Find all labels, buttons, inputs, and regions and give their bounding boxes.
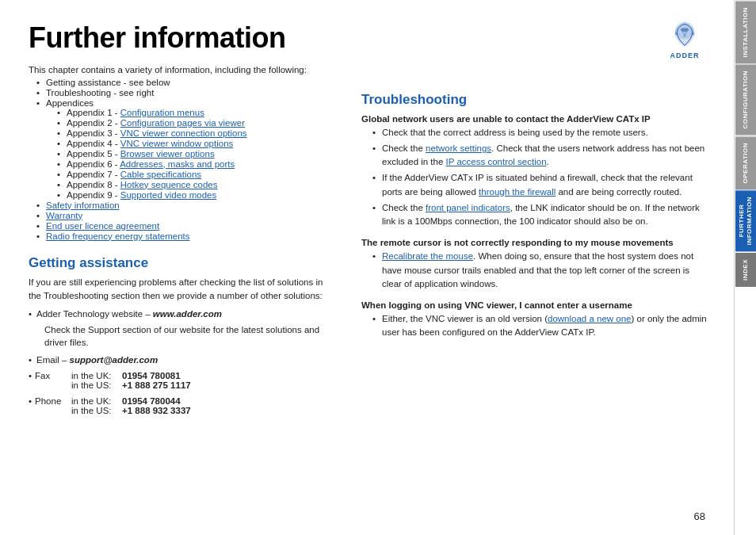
bullet-rf: Radio frequency energy statements	[36, 231, 338, 241]
logo-text: ADDER	[670, 52, 699, 59]
warranty-link[interactable]: Warranty	[46, 211, 82, 220]
troubleshoot-item-1-3: If the AdderView CATx IP is situated beh…	[372, 171, 710, 199]
website-url: www.adder.com	[153, 309, 222, 319]
phone-us-number: +1 888 932 3337	[122, 406, 191, 415]
top-bullet-list: Getting assistance - see below Troublesh…	[36, 78, 338, 241]
fax-us-label: in the US:	[71, 380, 117, 390]
left-column: Getting assistance - see below Troublesh…	[29, 78, 338, 416]
tab-installation[interactable]: INSTALLATION	[735, 0, 756, 63]
appendix-6: Appendix 6 - Addresses, masks and ports	[57, 159, 338, 169]
website-bullet-dot: •	[29, 309, 32, 319]
troubleshoot-heading-3: When logging on using VNC viewer, I cann…	[361, 300, 710, 310]
email-label: Email – support@adder.com	[36, 355, 158, 365]
email-bullet-row: • Email – support@adder.com	[29, 355, 338, 365]
email-address: support@adder.com	[70, 355, 158, 365]
troubleshoot-item-3-1: Either, the VNC viewer is an old version…	[372, 312, 710, 340]
troubleshoot-item-2-1: Recalibrate the mouse. When doing so, en…	[372, 250, 710, 291]
website-item: • Adder Technology website – www.adder.c…	[29, 309, 338, 349]
bullet-eula: End user licence agreement	[36, 221, 338, 231]
phone-label: Phone	[35, 396, 68, 406]
page-number: 68	[694, 510, 705, 522]
phone-uk-number: 01954 780044	[122, 396, 181, 406]
phone-uk-row: in the UK: 01954 780044	[71, 396, 191, 406]
bullet-warranty: Warranty	[36, 211, 338, 220]
phone-uk-label: in the UK:	[71, 396, 117, 406]
appendix-9-link[interactable]: Supported video modes	[120, 190, 216, 200]
phone-bullet: •	[29, 396, 32, 406]
fax-bullet: •	[29, 371, 32, 380]
getting-assistance-section: Getting assistance If you are still expe…	[29, 255, 338, 416]
phone-us-row: in the US: +1 888 932 3337	[71, 406, 191, 415]
rf-link[interactable]: Radio frequency energy statements	[46, 231, 190, 241]
right-column: Troubleshooting Global network users are…	[361, 78, 710, 416]
phone-details: in the UK: 01954 780044 in the US: +1 88…	[71, 396, 191, 415]
download-new-link[interactable]: download a new one	[548, 314, 632, 323]
right-tabs: INSTALLATION CONFIGURATION OPERATION FUR…	[734, 0, 756, 535]
appendix-4: Appendix 4 - VNC viewer window options	[57, 139, 338, 148]
appendix-4-link[interactable]: VNC viewer window options	[120, 139, 234, 148]
fax-uk-label: in the UK:	[71, 371, 117, 380]
phone-us-label: in the US:	[71, 406, 117, 415]
front-panel-link[interactable]: front panel indicators	[426, 203, 510, 212]
fax-us-number: +1 888 275 1117	[122, 380, 191, 390]
safety-information-link[interactable]: Safety information	[46, 201, 120, 210]
appendix-7: Appendix 7 - Cable specifications	[57, 170, 338, 179]
fax-item: • Fax in the UK: 01954 780081 in the US:…	[29, 371, 338, 390]
appendix-8-link[interactable]: Hotkey sequence codes	[120, 180, 218, 189]
appendix-5: Appendix 5 - Browser viewer options	[57, 149, 338, 159]
getting-assistance-intro: If you are still experiencing problems a…	[29, 276, 338, 304]
firewall-link[interactable]: through the firewall	[479, 187, 556, 197]
appendix-9: Appendix 9 - Supported video modes	[57, 190, 338, 200]
troubleshoot-item-1-2: Check the network settings. Check that t…	[372, 142, 710, 170]
appendix-7-link[interactable]: Cable specifications	[120, 170, 201, 179]
appendix-2: Appendix 2 - Configuration pages via vie…	[57, 118, 338, 128]
troubleshoot-bullets-2: Recalibrate the mouse. When doing so, en…	[372, 250, 710, 291]
fax-uk-row: in the UK: 01954 780081	[71, 371, 191, 380]
fax-uk-number: 01954 780081	[122, 371, 181, 380]
fax-label: Fax	[35, 371, 68, 380]
troubleshooting-heading: Troubleshooting	[361, 92, 710, 108]
website-desc: Check the Support section of our website…	[44, 323, 338, 349]
bullet-safety: Safety information	[36, 201, 338, 210]
eula-link[interactable]: End user licence agreement	[46, 221, 159, 231]
ip-access-link[interactable]: IP access control section	[446, 157, 547, 166]
website-label: Adder Technology website – www.adder.com	[36, 309, 222, 319]
page-title: Further information	[29, 22, 710, 54]
adder-logo-icon	[669, 20, 701, 52]
appendix-1-link[interactable]: Configuration menus	[120, 108, 204, 117]
tab-further-information[interactable]: FURTHERINFORMATION	[735, 189, 756, 251]
recalibrate-link[interactable]: Recalibrate the mouse	[382, 251, 473, 261]
tab-configuration[interactable]: CONFIGURATION	[735, 63, 756, 135]
fax-details: in the UK: 01954 780081 in the US: +1 88…	[71, 371, 191, 390]
fax-us-row: in the US: +1 888 275 1117	[71, 380, 191, 390]
troubleshoot-heading-2: The remote cursor is not correctly respo…	[361, 238, 710, 247]
bullet-troubleshooting: Troubleshooting - see right	[36, 88, 338, 97]
getting-assistance-heading: Getting assistance	[29, 255, 338, 271]
phone-item: • Phone in the UK: 01954 780044 in the U…	[29, 396, 338, 415]
troubleshoot-item-1-4: Check the front panel indicators, the LN…	[372, 201, 710, 229]
email-item: • Email – support@adder.com	[29, 355, 338, 365]
troubleshoot-item-1-1: Check that the correct address is being …	[372, 126, 710, 139]
tab-operation[interactable]: OPERATION	[735, 136, 756, 189]
troubleshoot-bullets-3: Either, the VNC viewer is an old version…	[372, 312, 710, 340]
intro-text: This chapter contains a variety of infor…	[29, 65, 710, 75]
appendix-2-link[interactable]: Configuration pages via viewer	[120, 118, 245, 128]
appendices-list: Appendix 1 - Configuration menus Appendi…	[57, 108, 338, 200]
website-bullet-row: • Adder Technology website – www.adder.c…	[29, 309, 338, 319]
appendix-8: Appendix 8 - Hotkey sequence codes	[57, 180, 338, 189]
email-bullet-dot: •	[29, 355, 32, 365]
appendix-3-link[interactable]: VNC viewer connection options	[120, 128, 247, 138]
troubleshoot-heading-1: Global network users are unable to conta…	[361, 114, 710, 124]
bullet-getting-assistance: Getting assistance - see below	[36, 78, 338, 87]
appendix-1: Appendix 1 - Configuration menus	[57, 108, 338, 117]
logo-area: ADDER	[664, 19, 705, 60]
bullet-appendices: Appendices Appendix 1 - Configuration me…	[36, 98, 338, 200]
appendix-6-link[interactable]: Addresses, masks and ports	[120, 159, 235, 169]
appendix-5-link[interactable]: Browser viewer options	[120, 149, 215, 159]
network-settings-link[interactable]: network settings	[426, 143, 491, 153]
appendix-3: Appendix 3 - VNC viewer connection optio…	[57, 128, 338, 138]
troubleshoot-bullets-1: Check that the correct address is being …	[372, 126, 710, 229]
tab-index[interactable]: INDEX	[735, 252, 756, 287]
